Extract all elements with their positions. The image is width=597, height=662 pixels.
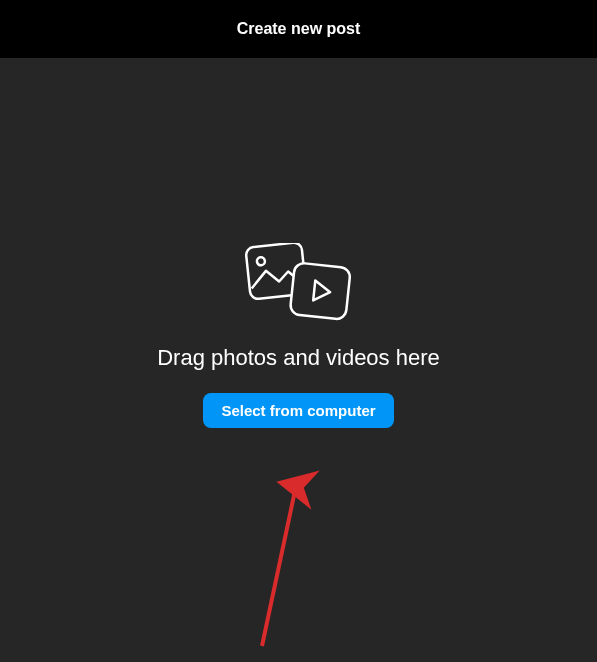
dialog-title: Create new post bbox=[237, 20, 361, 38]
media-upload-icon bbox=[244, 243, 354, 323]
upload-drop-zone[interactable]: Drag photos and videos here Select from … bbox=[0, 58, 597, 662]
dialog-header: Create new post bbox=[0, 0, 597, 58]
annotation-arrow-icon bbox=[232, 466, 322, 656]
svg-rect-2 bbox=[289, 262, 350, 320]
select-from-computer-button[interactable]: Select from computer bbox=[203, 393, 393, 428]
svg-line-3 bbox=[262, 486, 296, 646]
drop-prompt-text: Drag photos and videos here bbox=[157, 345, 440, 371]
svg-point-1 bbox=[256, 256, 265, 265]
